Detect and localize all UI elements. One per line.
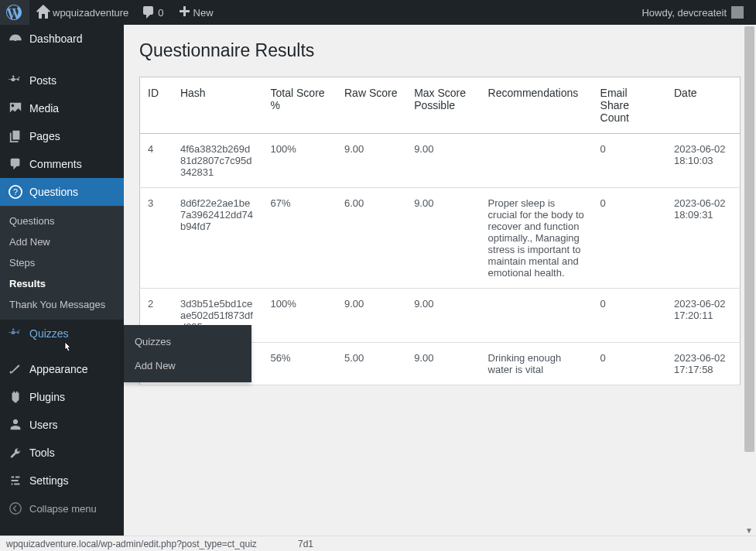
- cell-email_share: 0: [593, 188, 666, 289]
- admin-sidebar: Dashboard Posts Media Pages Comments ? Q…: [0, 25, 124, 551]
- th-recommendations[interactable]: Recommendations: [481, 77, 593, 134]
- cell-raw_score: 5.00: [337, 343, 406, 385]
- th-max-score[interactable]: Max Score Possible: [406, 77, 480, 134]
- cell-email_share: 0: [593, 289, 666, 343]
- cell-raw_score: 6.00: [337, 188, 406, 289]
- cell-total_score: 56%: [263, 343, 337, 385]
- quizzes-flyout: Quizzes Add New: [124, 325, 251, 382]
- submenu-add-new[interactable]: Add New: [0, 231, 124, 252]
- sidebar-item-posts[interactable]: Posts: [0, 67, 124, 94]
- th-total-score[interactable]: Total Score %: [263, 77, 337, 134]
- cell-raw_score: 9.00: [337, 289, 406, 343]
- home-icon: [36, 5, 51, 20]
- submenu-thank-you[interactable]: Thank You Messages: [0, 294, 124, 315]
- user-icon: [8, 417, 23, 433]
- sidebar-item-dashboard[interactable]: Dashboard: [0, 25, 124, 53]
- comment-icon: [8, 156, 23, 172]
- status-url: wpquizadventure.local/wp-admin/edit.php?…: [6, 539, 257, 549]
- flyout-add-new[interactable]: Add New: [124, 354, 251, 378]
- site-name: wpquizadventure: [53, 7, 128, 19]
- comment-icon: [141, 5, 156, 20]
- collapse-menu[interactable]: Collapse menu: [0, 495, 124, 522]
- cell-email_share: 0: [593, 343, 666, 385]
- sidebar-item-tools[interactable]: Tools: [0, 439, 124, 467]
- dashboard-icon: [8, 31, 23, 46]
- sidebar-item-quizzes[interactable]: Quizzes: [0, 320, 124, 347]
- content-area: Questionnaire Results ID Hash Total Scor…: [124, 25, 756, 551]
- svg-text:?: ?: [13, 187, 18, 197]
- question-icon: ?: [8, 184, 23, 200]
- pin-icon: [8, 73, 23, 88]
- cell-hash: 8d6f22e2ae1be7a3962412dd74b94fd7: [173, 188, 263, 289]
- admin-bar-left: wpquizadventure 0 New: [0, 0, 220, 25]
- cell-id: 3: [140, 188, 173, 289]
- cell-date: 2023-06-02 18:09:31: [666, 188, 741, 289]
- scroll-down-arrow[interactable]: ▼: [745, 526, 753, 535]
- page-title: Questionnaire Results: [139, 40, 741, 61]
- sidebar-label: Dashboard: [29, 33, 83, 45]
- table-row[interactable]: 44f6a3832b269d81d2807c7c95d342831100%9.0…: [140, 134, 741, 188]
- cell-max_score: 9.00: [406, 134, 480, 188]
- wp-logo[interactable]: [0, 0, 29, 25]
- vertical-scrollbar[interactable]: ▼: [743, 25, 756, 536]
- cell-recommendations: Proper sleep is crucial for the body to …: [481, 188, 593, 289]
- admin-bar-right: Howdy, devcreateit: [635, 0, 750, 25]
- cell-raw_score: 9.00: [337, 134, 406, 188]
- howdy-text: Howdy, devcreateit: [641, 7, 727, 19]
- th-email-share[interactable]: Email Share Count: [593, 77, 666, 134]
- pages-icon: [8, 128, 23, 144]
- table-row[interactable]: 38d6f22e2ae1be7a3962412dd74b94fd767%6.00…: [140, 188, 741, 289]
- sidebar-item-users[interactable]: Users: [0, 411, 124, 439]
- cell-max_score: 9.00: [406, 289, 480, 343]
- site-link[interactable]: wpquizadventure: [29, 0, 135, 25]
- cell-date: 2023-06-02 17:17:58: [666, 343, 741, 385]
- cell-email_share: 0: [593, 134, 666, 188]
- cell-hash: 4f6a3832b269d81d2807c7c95d342831: [173, 134, 263, 188]
- sidebar-label: Tools: [29, 447, 55, 459]
- status-extra: 7d1: [298, 539, 313, 549]
- flyout-quizzes[interactable]: Quizzes: [124, 330, 251, 354]
- sidebar-item-media[interactable]: Media: [0, 94, 124, 122]
- th-id[interactable]: ID: [140, 77, 173, 134]
- svg-point-2: [10, 503, 21, 514]
- submenu-steps[interactable]: Steps: [0, 252, 124, 273]
- submenu-results[interactable]: Results: [0, 273, 124, 294]
- cell-total_score: 100%: [263, 134, 337, 188]
- submenu-questions[interactable]: Questions: [0, 210, 124, 231]
- sidebar-label: Collapse menu: [29, 503, 97, 515]
- comments-link[interactable]: 0: [135, 0, 169, 25]
- scrollbar-thumb[interactable]: [744, 26, 754, 452]
- new-link[interactable]: New: [170, 0, 220, 25]
- sidebar-label: Users: [29, 419, 58, 431]
- questions-submenu: Questions Add New Steps Results Thank Yo…: [0, 206, 124, 320]
- pin-icon: [8, 326, 23, 341]
- sidebar-label: Settings: [29, 474, 69, 487]
- sidebar-item-settings[interactable]: Settings: [0, 467, 124, 495]
- media-icon: [8, 101, 23, 116]
- cell-recommendations: [481, 134, 593, 188]
- sidebar-item-plugins[interactable]: Plugins: [0, 383, 124, 411]
- th-raw-score[interactable]: Raw Score: [337, 77, 406, 134]
- sidebar-label: Comments: [29, 158, 82, 170]
- sidebar-label: Media: [29, 102, 59, 115]
- sidebar-item-appearance[interactable]: Appearance: [0, 355, 124, 383]
- cell-total_score: 67%: [263, 188, 337, 289]
- sidebar-label: Appearance: [29, 363, 88, 375]
- cell-date: 2023-06-02 17:20:11: [666, 289, 741, 343]
- th-hash[interactable]: Hash: [173, 77, 263, 134]
- status-bar: wpquizadventure.local/wp-admin/edit.php?…: [0, 536, 756, 551]
- cell-max_score: 9.00: [406, 343, 480, 385]
- table-header-row: ID Hash Total Score % Raw Score Max Scor…: [140, 77, 741, 134]
- sidebar-item-pages[interactable]: Pages: [0, 122, 124, 150]
- sidebar-label: Quizzes: [29, 327, 69, 340]
- plus-icon: [176, 5, 192, 20]
- sidebar-label: Posts: [29, 74, 56, 87]
- sidebar-item-comments[interactable]: Comments: [0, 150, 124, 178]
- user-menu[interactable]: Howdy, devcreateit: [635, 0, 750, 25]
- collapse-icon: [8, 501, 23, 516]
- sidebar-item-questions[interactable]: ? Questions: [0, 178, 124, 206]
- th-date[interactable]: Date: [666, 77, 741, 134]
- comments-count: 0: [158, 7, 163, 19]
- cell-total_score: 100%: [263, 289, 337, 343]
- cell-recommendations: [481, 289, 593, 343]
